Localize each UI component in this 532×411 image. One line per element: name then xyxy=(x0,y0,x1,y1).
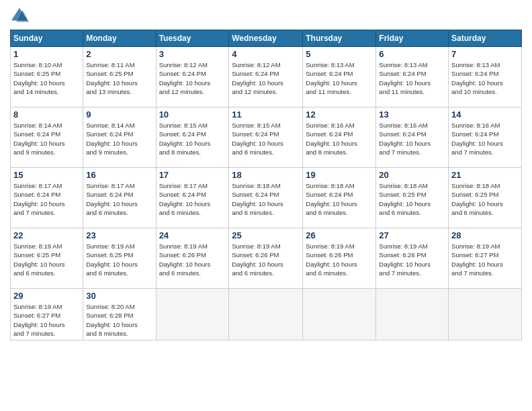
table-row: 13Sunrise: 8:16 AM Sunset: 6:24 PM Dayli… xyxy=(376,107,449,168)
calendar-week-row: 22Sunrise: 8:19 AM Sunset: 6:25 PM Dayli… xyxy=(11,228,522,289)
calendar-week-row: 29Sunrise: 8:19 AM Sunset: 6:27 PM Dayli… xyxy=(11,289,522,340)
day-number: 24 xyxy=(159,230,226,240)
day-number: 30 xyxy=(86,291,152,301)
day-header-tuesday: Tuesday xyxy=(156,30,229,47)
table-row: 10Sunrise: 8:15 AM Sunset: 6:24 PM Dayli… xyxy=(156,107,229,168)
day-info: Sunrise: 8:18 AM Sunset: 6:25 PM Dayligh… xyxy=(451,181,519,217)
day-info: Sunrise: 8:14 AM Sunset: 6:24 PM Dayligh… xyxy=(13,121,80,156)
table-row: 22Sunrise: 8:19 AM Sunset: 6:25 PM Dayli… xyxy=(11,228,83,289)
day-info: Sunrise: 8:17 AM Sunset: 6:24 PM Dayligh… xyxy=(159,181,226,217)
day-info: Sunrise: 8:17 AM Sunset: 6:24 PM Dayligh… xyxy=(13,181,80,217)
day-number: 2 xyxy=(86,49,152,59)
day-header-wednesday: Wednesday xyxy=(229,30,303,47)
day-header-monday: Monday xyxy=(83,30,156,47)
page: SundayMondayTuesdayWednesdayThursdayFrid… xyxy=(0,0,532,411)
day-header-saturday: Saturday xyxy=(449,30,522,47)
table-row: 1Sunrise: 8:10 AM Sunset: 6:25 PM Daylig… xyxy=(11,47,83,107)
day-info: Sunrise: 8:18 AM Sunset: 6:24 PM Dayligh… xyxy=(232,181,300,217)
table-row: 16Sunrise: 8:17 AM Sunset: 6:24 PM Dayli… xyxy=(83,168,156,228)
day-number: 14 xyxy=(451,109,519,120)
day-info: Sunrise: 8:17 AM Sunset: 6:24 PM Dayligh… xyxy=(86,181,152,217)
table-row: 8Sunrise: 8:14 AM Sunset: 6:24 PM Daylig… xyxy=(11,107,83,168)
day-number: 15 xyxy=(13,170,80,180)
table-row: 19Sunrise: 8:18 AM Sunset: 6:24 PM Dayli… xyxy=(303,168,376,228)
day-info: Sunrise: 8:19 AM Sunset: 6:25 PM Dayligh… xyxy=(86,242,152,277)
table-row: 6Sunrise: 8:13 AM Sunset: 6:24 PM Daylig… xyxy=(376,47,449,107)
day-info: Sunrise: 8:14 AM Sunset: 6:24 PM Dayligh… xyxy=(86,121,152,156)
table-row: 20Sunrise: 8:18 AM Sunset: 6:25 PM Dayli… xyxy=(376,168,449,228)
day-number: 12 xyxy=(306,109,373,120)
day-info: Sunrise: 8:13 AM Sunset: 6:24 PM Dayligh… xyxy=(451,60,519,96)
day-info: Sunrise: 8:10 AM Sunset: 6:25 PM Dayligh… xyxy=(13,60,80,96)
day-info: Sunrise: 8:13 AM Sunset: 6:24 PM Dayligh… xyxy=(306,60,373,96)
table-row: 17Sunrise: 8:17 AM Sunset: 6:24 PM Dayli… xyxy=(156,168,229,228)
table-row: 5Sunrise: 8:13 AM Sunset: 6:24 PM Daylig… xyxy=(303,47,376,107)
day-number: 13 xyxy=(379,109,445,120)
day-info: Sunrise: 8:16 AM Sunset: 6:24 PM Dayligh… xyxy=(451,121,519,156)
table-row: 9Sunrise: 8:14 AM Sunset: 6:24 PM Daylig… xyxy=(83,107,156,168)
day-number: 19 xyxy=(306,170,373,180)
table-row: 30Sunrise: 8:20 AM Sunset: 6:28 PM Dayli… xyxy=(83,289,156,340)
day-number: 28 xyxy=(451,230,519,240)
table-row: 15Sunrise: 8:17 AM Sunset: 6:24 PM Dayli… xyxy=(11,168,83,228)
day-number: 20 xyxy=(379,170,445,180)
table-row: 4Sunrise: 8:12 AM Sunset: 6:24 PM Daylig… xyxy=(229,47,303,107)
table-row: 18Sunrise: 8:18 AM Sunset: 6:24 PM Dayli… xyxy=(229,168,303,228)
table-row: 14Sunrise: 8:16 AM Sunset: 6:24 PM Dayli… xyxy=(449,107,522,168)
table-row xyxy=(156,289,229,340)
table-row: 12Sunrise: 8:16 AM Sunset: 6:24 PM Dayli… xyxy=(303,107,376,168)
day-info: Sunrise: 8:20 AM Sunset: 6:28 PM Dayligh… xyxy=(86,302,152,338)
table-row: 7Sunrise: 8:13 AM Sunset: 6:24 PM Daylig… xyxy=(449,47,522,107)
table-row: 27Sunrise: 8:19 AM Sunset: 6:26 PM Dayli… xyxy=(376,228,449,289)
day-number: 1 xyxy=(13,49,80,59)
day-info: Sunrise: 8:15 AM Sunset: 6:24 PM Dayligh… xyxy=(159,121,226,156)
day-info: Sunrise: 8:18 AM Sunset: 6:25 PM Dayligh… xyxy=(379,181,445,217)
day-info: Sunrise: 8:19 AM Sunset: 6:27 PM Dayligh… xyxy=(451,242,519,277)
calendar-table: SundayMondayTuesdayWednesdayThursdayFrid… xyxy=(10,30,522,340)
day-info: Sunrise: 8:12 AM Sunset: 6:24 PM Dayligh… xyxy=(159,60,226,96)
day-info: Sunrise: 8:19 AM Sunset: 6:26 PM Dayligh… xyxy=(232,242,300,277)
table-row: 11Sunrise: 8:15 AM Sunset: 6:24 PM Dayli… xyxy=(229,107,303,168)
day-header-sunday: Sunday xyxy=(11,30,83,47)
day-number: 18 xyxy=(232,170,300,180)
day-number: 22 xyxy=(13,230,80,240)
calendar-week-row: 8Sunrise: 8:14 AM Sunset: 6:24 PM Daylig… xyxy=(11,107,522,168)
day-info: Sunrise: 8:13 AM Sunset: 6:24 PM Dayligh… xyxy=(379,60,445,96)
table-row xyxy=(376,289,449,340)
day-number: 21 xyxy=(451,170,519,180)
day-number: 6 xyxy=(379,49,445,59)
table-row: 21Sunrise: 8:18 AM Sunset: 6:25 PM Dayli… xyxy=(449,168,522,228)
calendar-week-row: 15Sunrise: 8:17 AM Sunset: 6:24 PM Dayli… xyxy=(11,168,522,228)
header xyxy=(10,7,522,26)
day-number: 11 xyxy=(232,109,300,120)
day-number: 25 xyxy=(232,230,300,240)
day-number: 16 xyxy=(86,170,152,180)
table-row: 3Sunrise: 8:12 AM Sunset: 6:24 PM Daylig… xyxy=(156,47,229,107)
day-info: Sunrise: 8:19 AM Sunset: 6:25 PM Dayligh… xyxy=(13,242,80,277)
day-info: Sunrise: 8:19 AM Sunset: 6:26 PM Dayligh… xyxy=(379,242,445,277)
calendar-header-row: SundayMondayTuesdayWednesdayThursdayFrid… xyxy=(11,30,522,47)
table-row: 24Sunrise: 8:19 AM Sunset: 6:26 PM Dayli… xyxy=(156,228,229,289)
calendar-week-row: 1Sunrise: 8:10 AM Sunset: 6:25 PM Daylig… xyxy=(11,47,522,107)
day-number: 26 xyxy=(306,230,373,240)
day-number: 7 xyxy=(451,49,519,59)
day-info: Sunrise: 8:12 AM Sunset: 6:24 PM Dayligh… xyxy=(232,60,300,96)
day-info: Sunrise: 8:16 AM Sunset: 6:24 PM Dayligh… xyxy=(379,121,445,156)
table-row xyxy=(229,289,303,340)
day-info: Sunrise: 8:18 AM Sunset: 6:24 PM Dayligh… xyxy=(306,181,373,217)
logo-icon xyxy=(10,7,29,26)
day-number: 3 xyxy=(159,49,226,59)
day-header-thursday: Thursday xyxy=(303,30,376,47)
table-row: 26Sunrise: 8:19 AM Sunset: 6:26 PM Dayli… xyxy=(303,228,376,289)
day-number: 4 xyxy=(232,49,300,59)
day-number: 27 xyxy=(379,230,445,240)
table-row xyxy=(303,289,376,340)
table-row: 29Sunrise: 8:19 AM Sunset: 6:27 PM Dayli… xyxy=(11,289,83,340)
table-row: 28Sunrise: 8:19 AM Sunset: 6:27 PM Dayli… xyxy=(449,228,522,289)
day-info: Sunrise: 8:19 AM Sunset: 6:27 PM Dayligh… xyxy=(13,302,80,338)
table-row xyxy=(449,289,522,340)
day-number: 10 xyxy=(159,109,226,120)
day-info: Sunrise: 8:11 AM Sunset: 6:25 PM Dayligh… xyxy=(86,60,152,96)
table-row: 25Sunrise: 8:19 AM Sunset: 6:26 PM Dayli… xyxy=(229,228,303,289)
day-number: 17 xyxy=(159,170,226,180)
